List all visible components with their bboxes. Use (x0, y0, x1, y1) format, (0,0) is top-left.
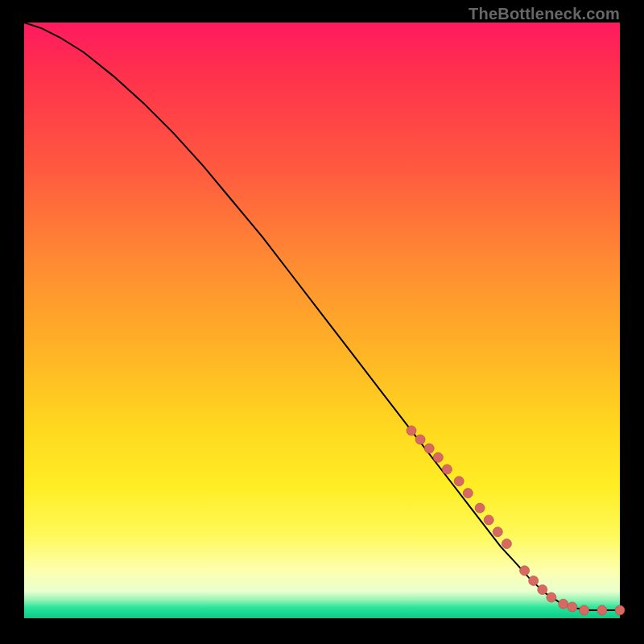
chart-svg (24, 23, 620, 618)
marker-dot (597, 605, 607, 615)
curve-line (24, 23, 620, 610)
marker-dot (529, 576, 539, 585)
marker-dot (493, 527, 502, 537)
marker-dot (520, 566, 530, 576)
marker-dot (580, 605, 589, 615)
chart-container: TheBottleneck.com (0, 0, 644, 644)
marker-dot (475, 503, 485, 513)
marker-dot (415, 435, 425, 444)
marker-dot (454, 477, 464, 486)
marker-dot (502, 539, 511, 549)
marker-dot (484, 515, 493, 525)
plot-area (24, 23, 620, 618)
marker-dots (407, 426, 625, 615)
marker-dot (538, 584, 547, 594)
marker-dot (547, 592, 556, 602)
marker-dot (442, 464, 452, 474)
marker-dot (433, 452, 443, 462)
watermark-text: TheBottleneck.com (469, 5, 620, 23)
marker-dot (559, 599, 568, 609)
marker-dot (424, 444, 434, 453)
marker-dot (615, 605, 625, 615)
marker-dot (568, 602, 577, 612)
marker-dot (407, 426, 416, 436)
marker-dot (463, 489, 473, 498)
